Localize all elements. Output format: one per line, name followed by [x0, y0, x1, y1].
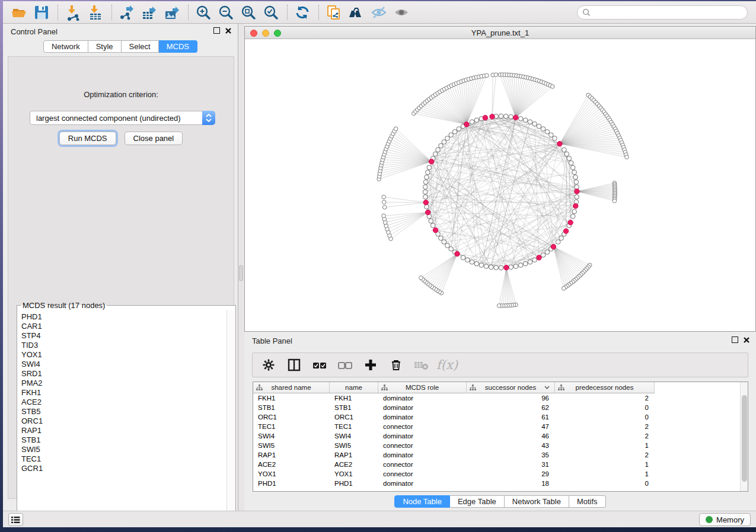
mcds-result-item[interactable]: SWI4 — [21, 360, 226, 369]
cell-predecessor_nodes: 2 — [555, 450, 655, 460]
table-row[interactable]: FKH1FKH1dominator962 — [253, 393, 655, 403]
main-toolbar — [3, 1, 756, 24]
close-panel-icon[interactable] — [225, 27, 232, 34]
node-table[interactable]: shared namenameMCDS rolesuccessor nodesp… — [253, 382, 748, 492]
float-panel-icon[interactable] — [213, 27, 220, 34]
first-neighbors-icon[interactable] — [347, 4, 365, 21]
table-options-gear-icon[interactable] — [261, 357, 276, 373]
minimize-window-icon[interactable] — [262, 30, 269, 37]
table-row[interactable]: SWI4SWI4dominator462 — [253, 431, 655, 441]
tab-node-table[interactable]: Node Table — [394, 495, 450, 508]
close-panel-button[interactable]: Close panel — [125, 132, 183, 145]
export-network-icon[interactable] — [118, 4, 136, 21]
cell-mcds_role: dominator — [378, 450, 467, 460]
column-header-mcds_role[interactable]: MCDS role — [378, 382, 467, 393]
network-canvas[interactable] — [245, 39, 755, 331]
export-table-icon[interactable] — [141, 4, 158, 21]
mcds-result-item[interactable]: TEC1 — [21, 454, 226, 464]
cell-shared_name: PHD1 — [253, 479, 330, 488]
optimization-criterion-select[interactable]: largest connected component (undirected) — [30, 111, 215, 125]
cell-name: STB1 — [330, 403, 378, 412]
network-window-titlebar[interactable]: YPA_prune.txt_1 — [245, 27, 755, 39]
mcds-result-item[interactable]: SWI5 — [21, 445, 226, 454]
show-all-eye-icon[interactable] — [393, 4, 410, 21]
mcds-result-item[interactable]: STP4 — [21, 331, 226, 341]
import-network-icon[interactable] — [64, 4, 82, 21]
cell-shared_name: SWI4 — [253, 431, 330, 441]
column-header-name[interactable]: name — [330, 382, 378, 393]
deselect-all-columns-icon[interactable] — [337, 357, 353, 373]
close-window-icon[interactable] — [250, 30, 257, 37]
mcds-result-item[interactable]: GCR1 — [21, 464, 226, 473]
network-search-field[interactable] — [577, 5, 748, 20]
close-panel-icon[interactable] — [743, 336, 750, 344]
delete-column-trash-icon[interactable] — [388, 357, 404, 373]
select-all-columns-icon[interactable] — [312, 357, 327, 373]
mcds-result-item[interactable]: ACE2 — [21, 398, 226, 407]
table-scrollbar[interactable] — [740, 382, 748, 491]
import-table-icon[interactable] — [87, 4, 104, 21]
mcds-result-item[interactable]: CAR1 — [21, 322, 226, 331]
table-row[interactable]: ACE2ACE2connector311 — [253, 460, 655, 469]
refresh-view-icon[interactable] — [294, 4, 311, 21]
memory-status-icon — [706, 516, 713, 523]
mcds-result-item[interactable]: STB1 — [21, 435, 226, 445]
zoom-selected-icon[interactable] — [262, 4, 280, 21]
tab-select[interactable]: Select — [122, 40, 159, 53]
column-header-successor_nodes[interactable]: successor nodes — [467, 382, 555, 393]
tab-network[interactable]: Network — [43, 40, 88, 53]
run-mcds-button[interactable]: Run MCDS — [59, 132, 116, 145]
mcds-result-item[interactable]: SRD1 — [21, 369, 226, 379]
export-image-icon[interactable] — [163, 4, 181, 21]
mcds-result-item[interactable]: PMA2 — [21, 379, 226, 388]
panels-menu-button[interactable] — [8, 513, 23, 526]
mcds-result-item[interactable]: YOX1 — [21, 350, 226, 360]
mcds-list-scrollbar[interactable] — [227, 310, 235, 518]
mcds-result-item[interactable]: STB5 — [21, 407, 226, 416]
table-row[interactable]: PHD1PHD1dominator180 — [253, 479, 655, 488]
table-row[interactable]: YOX1YOX1connector291 — [253, 469, 655, 479]
function-builder-fx-icon[interactable]: f(x) — [439, 357, 455, 373]
column-header-shared_name[interactable]: shared name — [253, 382, 330, 393]
table-scrollbar-thumb[interactable] — [742, 395, 747, 482]
control-panel: Control Panel NetworkStyleSelectMCDS Opt… — [3, 24, 238, 511]
mcds-result-list[interactable]: PHD1CAR1STP4TID3YOX1SWI4SRD1PMA2FKH1ACE2… — [18, 311, 226, 518]
mcds-result-item[interactable]: PHD1 — [21, 312, 226, 322]
mcds-result-item[interactable]: RAP1 — [21, 426, 226, 435]
save-session-icon[interactable] — [33, 4, 50, 21]
open-session-icon[interactable] — [10, 4, 28, 21]
zoom-in-icon[interactable] — [194, 4, 212, 21]
list-icon — [11, 516, 20, 524]
maximize-window-icon[interactable] — [274, 30, 281, 37]
duplicate-network-icon[interactable] — [325, 4, 343, 21]
table-row[interactable]: TEC1TEC1connector472 — [253, 422, 655, 431]
hide-selected-eye-icon[interactable] — [370, 4, 388, 21]
float-panel-icon[interactable] — [732, 336, 738, 343]
tab-style[interactable]: Style — [88, 40, 122, 53]
table-row[interactable]: SWI5SWI5connector431 — [253, 441, 655, 450]
panel-splitter[interactable] — [238, 24, 244, 511]
column-header-predecessor_nodes[interactable]: predecessor nodes — [555, 382, 655, 393]
tab-motifs[interactable]: Motifs — [569, 495, 606, 508]
add-column-icon[interactable] — [363, 357, 378, 373]
tab-mcds[interactable]: MCDS — [159, 40, 197, 53]
mcds-result-item[interactable]: ORC1 — [21, 416, 226, 426]
split-panel-icon[interactable] — [286, 357, 302, 373]
mcds-result-item[interactable]: TID3 — [21, 341, 226, 350]
mcds-result-item[interactable]: FKH1 — [21, 388, 226, 398]
network-window-title: YPA_prune.txt_1 — [471, 28, 529, 37]
tab-edge-table[interactable]: Edge Table — [450, 495, 505, 508]
zoom-out-icon[interactable] — [217, 4, 235, 21]
search-input[interactable] — [577, 5, 748, 20]
table-row[interactable]: RAP1RAP1dominator352 — [253, 450, 655, 460]
node-table-header[interactable]: shared namenameMCDS rolesuccessor nodesp… — [253, 382, 655, 393]
fit-content-icon[interactable] — [240, 4, 257, 21]
table-row[interactable]: STB1STB1dominator620 — [253, 403, 655, 412]
memory-button[interactable]: Memory — [699, 513, 751, 526]
table-row[interactable]: ORC1ORC1dominator610 — [253, 412, 655, 422]
splitter-handle[interactable] — [239, 265, 243, 281]
delete-table-icon[interactable] — [414, 357, 429, 373]
network-graph[interactable] — [245, 39, 755, 331]
tab-network-table[interactable]: Network Table — [505, 495, 569, 508]
cell-mcds_role: connector — [378, 460, 467, 469]
